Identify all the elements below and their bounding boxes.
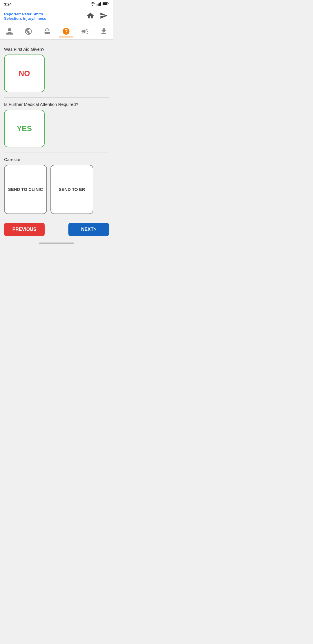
caresite-question: Caresite <box>4 157 109 162</box>
previous-button[interactable]: PREVIOUS <box>4 223 45 236</box>
reporter-label: Reporter: <box>4 12 21 16</box>
first-aid-choices: NO <box>4 55 109 92</box>
header: Reporter: Peter Smith Selection: Injury/… <box>0 8 113 24</box>
nav-upload[interactable] <box>97 26 111 37</box>
header-reporter: Reporter: Peter Smith <box>4 12 46 16</box>
content: Was First Aid Given? NO Is Further Medic… <box>0 40 113 214</box>
svg-rect-2 <box>98 3 99 6</box>
bottom-nav: PREVIOUS NEXT> <box>0 219 113 240</box>
header-buttons <box>85 10 109 22</box>
first-aid-section: Was First Aid Given? NO <box>4 47 109 92</box>
home-button[interactable] <box>85 10 96 22</box>
send-to-clinic-button[interactable]: SEND TO CLINIC <box>4 165 47 214</box>
svg-rect-7 <box>103 3 107 5</box>
nav-person[interactable] <box>3 26 17 37</box>
nav-globe[interactable] <box>21 26 35 37</box>
svg-rect-6 <box>108 3 108 4</box>
selection-label: Selection: <box>4 16 22 21</box>
svg-point-0 <box>92 5 93 6</box>
nav-question[interactable] <box>59 26 73 37</box>
header-selection: Selection: Injury/Illness <box>4 16 46 21</box>
svg-rect-4 <box>100 2 101 6</box>
further-attention-choices: YES <box>4 110 109 147</box>
divider-1 <box>4 97 109 98</box>
reporter-name: Peter Smith <box>22 12 43 16</box>
submit-button[interactable] <box>99 10 109 22</box>
status-time: 3:24 <box>4 2 12 6</box>
selection-value: Injury/Illness <box>23 16 46 21</box>
caresite-choices: SEND TO CLINIC SEND TO ER <box>4 165 109 214</box>
header-info: Reporter: Peter Smith Selection: Injury/… <box>4 12 46 21</box>
next-button[interactable]: NEXT> <box>68 223 109 236</box>
status-icons <box>90 2 109 7</box>
svg-rect-3 <box>99 3 100 6</box>
svg-rect-1 <box>97 4 98 6</box>
further-attention-section: Is Further Medical Attention Required? Y… <box>4 102 109 147</box>
further-attention-yes-button[interactable]: YES <box>4 110 45 147</box>
nav-worker[interactable] <box>40 26 54 37</box>
first-aid-question: Was First Aid Given? <box>4 47 109 52</box>
nav-bar <box>0 24 113 40</box>
wifi-icon <box>90 2 95 7</box>
battery-icon <box>103 2 109 6</box>
home-indicator-bar <box>39 243 74 244</box>
further-attention-question: Is Further Medical Attention Required? <box>4 102 109 107</box>
nav-megaphone[interactable] <box>78 26 92 37</box>
status-bar: 3:24 <box>0 0 113 8</box>
home-indicator <box>0 240 113 246</box>
caresite-section: Caresite SEND TO CLINIC SEND TO ER <box>4 157 109 214</box>
signal-icon <box>97 2 101 7</box>
send-to-er-button[interactable]: SEND TO ER <box>50 165 93 214</box>
divider-2 <box>4 153 109 153</box>
first-aid-no-button[interactable]: NO <box>4 55 45 92</box>
